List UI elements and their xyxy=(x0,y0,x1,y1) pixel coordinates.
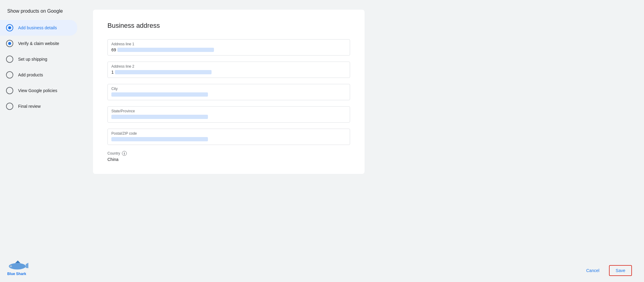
field-wrapper-address-line-1: Address line 169 xyxy=(107,39,350,56)
svg-point-0 xyxy=(9,263,26,269)
sidebar-item-add-products[interactable]: Add products xyxy=(0,67,77,83)
sidebar-item-label-add-business-details: Add business details xyxy=(18,25,57,30)
field-prefix-address-line-2: 1 xyxy=(111,70,114,75)
field-wrapper-address-line-2: Address line 21 xyxy=(107,62,350,78)
sidebar-item-label-view-google-policies: View Google policies xyxy=(18,88,57,93)
field-input-address-line-1[interactable]: 69 xyxy=(111,47,346,53)
sidebar-item-view-google-policies[interactable]: View Google policies xyxy=(0,83,77,98)
country-label: Country xyxy=(107,151,120,155)
field-redacted-address-line-2 xyxy=(115,70,212,74)
sidebar-item-label-set-up-shipping: Set up shipping xyxy=(18,57,47,62)
svg-marker-2 xyxy=(15,261,21,263)
field-input-city[interactable] xyxy=(111,91,346,98)
sidebar-item-icon-add-products xyxy=(6,71,13,79)
sidebar: Show products on Google Add business det… xyxy=(0,0,81,282)
field-redacted-postal-zip-code xyxy=(111,137,208,141)
sidebar-item-icon-set-up-shipping xyxy=(6,56,13,63)
country-row: Country ℹ xyxy=(107,151,350,156)
footer: Cancel Save xyxy=(81,259,644,282)
field-wrapper-city: City xyxy=(107,84,350,100)
field-label-state-province: State/Province xyxy=(111,109,346,113)
country-info-icon[interactable]: ℹ xyxy=(122,151,127,156)
sidebar-item-icon-inner-add-business-details xyxy=(8,26,11,29)
field-input-state-province[interactable] xyxy=(111,114,346,120)
form-group-postal-zip-code: Postal/ZIP code xyxy=(107,129,350,145)
content-wrapper: Business address Address line 169Address… xyxy=(81,0,644,259)
field-label-address-line-1: Address line 1 xyxy=(111,42,346,46)
form-group-address-line-2: Address line 21 xyxy=(107,62,350,78)
sidebar-item-icon-final-review xyxy=(6,103,13,110)
card-title: Business address xyxy=(107,22,350,30)
field-prefix-address-line-1: 69 xyxy=(111,47,116,52)
field-wrapper-postal-zip-code: Postal/ZIP code xyxy=(107,129,350,145)
sidebar-item-icon-inner-verify-claim-website xyxy=(8,42,11,45)
sidebar-nav: Add business detailsVerify & claim websi… xyxy=(0,20,81,114)
sidebar-item-add-business-details[interactable]: Add business details xyxy=(0,20,77,36)
sidebar-item-label-verify-claim-website: Verify & claim website xyxy=(18,41,59,46)
sidebar-item-label-final-review: Final review xyxy=(18,104,41,109)
form-group-address-line-1: Address line 169 xyxy=(107,39,350,56)
sidebar-logo: Blue Shark xyxy=(0,253,36,282)
svg-marker-1 xyxy=(26,262,28,268)
sidebar-title: Show products on Google xyxy=(0,0,81,20)
sidebar-item-set-up-shipping[interactable]: Set up shipping xyxy=(0,51,77,67)
save-button[interactable]: Save xyxy=(609,265,632,276)
field-wrapper-state-province: State/Province xyxy=(107,106,350,123)
main-content: Business address Address line 169Address… xyxy=(81,0,644,282)
field-redacted-state-province xyxy=(111,115,208,119)
blue-shark-logo-icon xyxy=(7,259,28,271)
sidebar-item-icon-view-google-policies xyxy=(6,87,13,94)
form-fields: Address line 169Address line 21CityState… xyxy=(107,39,350,145)
field-label-address-line-2: Address line 2 xyxy=(111,64,346,69)
svg-point-4 xyxy=(11,265,11,266)
field-redacted-address-line-1 xyxy=(117,48,214,52)
cancel-button[interactable]: Cancel xyxy=(580,266,605,275)
sidebar-item-label-add-products: Add products xyxy=(18,72,43,77)
field-label-city: City xyxy=(111,87,346,91)
sidebar-item-verify-claim-website[interactable]: Verify & claim website xyxy=(0,36,77,51)
field-label-postal-zip-code: Postal/ZIP code xyxy=(111,131,346,136)
sidebar-item-icon-verify-claim-website xyxy=(6,40,13,47)
form-group-city: City xyxy=(107,84,350,100)
business-address-card: Business address Address line 169Address… xyxy=(93,10,365,174)
field-input-address-line-2[interactable]: 1 xyxy=(111,69,346,75)
sidebar-item-icon-add-business-details xyxy=(6,24,13,31)
field-input-postal-zip-code[interactable] xyxy=(111,136,346,142)
country-value: China xyxy=(107,157,350,162)
blue-shark-label: Blue Shark xyxy=(7,272,26,276)
sidebar-item-final-review[interactable]: Final review xyxy=(0,98,77,114)
form-group-state-province: State/Province xyxy=(107,106,350,123)
field-redacted-city xyxy=(111,92,208,97)
